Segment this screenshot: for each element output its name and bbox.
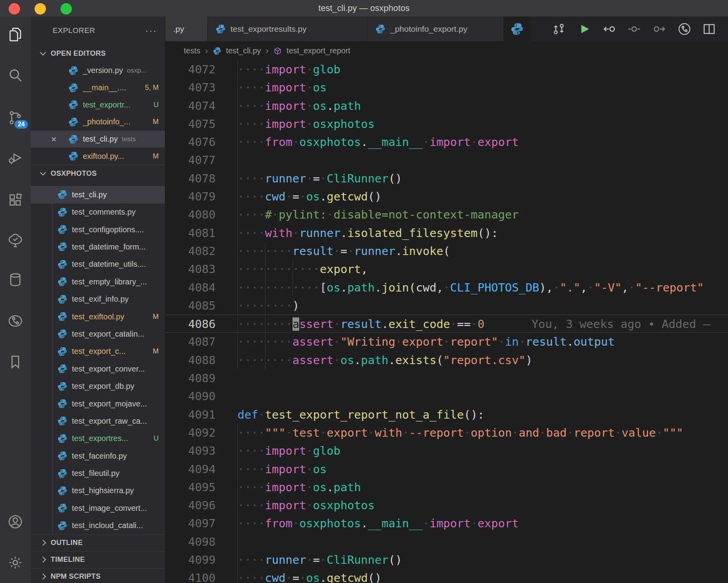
line-number: 4077: [165, 151, 216, 169]
file-tree-item[interactable]: test_export_raw_ca...: [31, 412, 165, 430]
breadcrumb-item[interactable]: test_cli.py: [226, 46, 261, 55]
python-icon: [68, 134, 79, 144]
file-tree-item[interactable]: test_comments.py: [31, 204, 165, 221]
line-number: 4092: [165, 424, 216, 442]
editor-action-python-logo[interactable]: [528, 22, 542, 36]
line-number: 4088: [165, 351, 216, 369]
open-editor-item[interactable]: ×test_cli.pytests: [31, 131, 165, 148]
line-number: 4098: [165, 533, 216, 551]
line-number: 4091: [165, 406, 216, 424]
activity-item-settings-gear[interactable]: [7, 555, 23, 570]
line-number: 4074: [165, 97, 216, 115]
section-header-npm-scripts[interactable]: NPM SCRIPTS: [31, 568, 165, 583]
file-tree-item[interactable]: test_image_convert...: [31, 499, 165, 517]
sidebar-title: EXPLORER: [53, 26, 95, 35]
code-editor[interactable]: 4072····import·glob4073····import·os4074…: [165, 60, 728, 583]
line-number: 4085: [165, 297, 216, 315]
file-tree-item[interactable]: test_export_mojave...: [31, 395, 165, 412]
activity-item-run-debug[interactable]: [7, 150, 23, 166]
editor-action-git-graph-circle[interactable]: [677, 22, 691, 36]
open-editor-item[interactable]: __main__....5, M: [31, 79, 165, 97]
python-icon: [68, 66, 79, 76]
file-name: test_export_raw_ca...: [72, 417, 147, 426]
code-line-4100: 4100····cwd·=·os.getcwd(): [165, 569, 728, 583]
activity-item-gitlens[interactable]: [7, 313, 23, 329]
file-name: test_exportres...: [72, 434, 128, 443]
section-header-timeline[interactable]: TIMELINE: [31, 551, 165, 568]
activity-item-files[interactable]: [7, 27, 23, 42]
file-tree-item[interactable]: test_datetime_form...: [31, 238, 165, 255]
file-tree: test_cli.pytest_comments.pytest_configop…: [31, 186, 165, 534]
files-icon: [7, 27, 23, 42]
code-line-4078: 4078····runner·=·CliRunner(): [165, 169, 728, 188]
editor-action-change-dot[interactable]: [627, 22, 641, 36]
line-number: 4100: [165, 569, 216, 583]
activity-item-source-control[interactable]: 24: [7, 110, 23, 126]
editor-tab[interactable]: _photoinfo_export.py: [368, 16, 504, 41]
breadcrumb-item[interactable]: tests: [184, 46, 200, 55]
file-tree-item[interactable]: test_exiftool.pyM: [31, 308, 165, 325]
editor-action-step-back[interactable]: [603, 22, 617, 36]
close-editor-icon[interactable]: ×: [51, 134, 57, 145]
open-editor-description: tests: [122, 135, 136, 143]
python-icon: [57, 451, 68, 461]
file-name: test_export_c...: [72, 347, 126, 356]
file-tree-item[interactable]: test_faceinfo.py: [31, 447, 165, 465]
code-line-4080: 4080····#·pylint:·disable=not-context-ma…: [165, 206, 728, 224]
file-name: test_export_catalin...: [72, 330, 145, 339]
activity-item-account[interactable]: [7, 514, 23, 530]
editor-tab[interactable]: .py: [165, 16, 208, 41]
editor-action-compare-changes[interactable]: [552, 22, 566, 36]
bookmark-icon: [7, 354, 23, 370]
file-tree-item[interactable]: test_export_c...M: [31, 343, 165, 360]
chevron-right-icon: [40, 557, 46, 563]
git-graph-circle-icon: [677, 22, 691, 36]
file-tree-item[interactable]: test_cli.py: [31, 186, 165, 203]
file-tree-item[interactable]: test_exportres...U: [31, 430, 165, 447]
activity-item-database[interactable]: [7, 272, 23, 288]
file-tree-item[interactable]: test_highsierra.py: [31, 482, 165, 499]
change-dot-icon: [627, 22, 641, 36]
file-tree-item[interactable]: test_exif_info.py: [31, 290, 165, 308]
open-editor-item[interactable]: exiftool.py...M: [31, 148, 165, 165]
line-number: 4097: [165, 514, 216, 532]
python-icon: [510, 22, 524, 36]
editor-action-run-python-file[interactable]: [577, 22, 591, 36]
osxphotos-section-header[interactable]: OSXPHOTOS: [31, 165, 165, 182]
file-tree-item[interactable]: test_export_db.py: [31, 377, 165, 395]
editor-action-next-change[interactable]: [652, 22, 666, 36]
open-editor-item[interactable]: test_exportr...U: [31, 96, 165, 113]
file-tree-item[interactable]: test_configoptions....: [31, 221, 165, 238]
views-and-more-actions-button[interactable]: ···: [145, 25, 157, 36]
activity-item-bookmark[interactable]: [7, 354, 23, 370]
file-tree-item[interactable]: test_datetime_utils....: [31, 256, 165, 273]
line-number: 4081: [165, 224, 216, 242]
open-editors-section-header[interactable]: OPEN EDITORS: [31, 45, 165, 62]
python-interpreter-indicator[interactable]: [504, 16, 530, 41]
activity-item-extensions[interactable]: [7, 192, 23, 208]
section-header-outline[interactable]: OUTLINE: [31, 534, 165, 551]
open-editor-item[interactable]: _photoinfo_...M: [31, 113, 165, 131]
activity-item-search[interactable]: [7, 67, 23, 83]
activity-item-test-tree[interactable]: [7, 232, 23, 248]
file-tree-item[interactable]: test_export_catalin...: [31, 325, 165, 343]
file-tree-item[interactable]: test_fileutil.py: [31, 465, 165, 482]
line-number: 4072: [165, 60, 216, 78]
explorer-sidebar: EXPLORER ··· OPEN EDITORS _version.pyosx…: [31, 16, 165, 583]
run-debug-icon: [7, 150, 23, 166]
chevron-right-icon: [40, 574, 46, 580]
git-status-badge: M: [153, 152, 165, 160]
breadcrumb-item[interactable]: test_export_report: [287, 46, 350, 55]
editor-tab[interactable]: test_exportresults.py: [208, 16, 368, 41]
file-tree-item[interactable]: test_empty_library_...: [31, 273, 165, 290]
line-number: 4099: [165, 551, 216, 569]
file-tree-item[interactable]: test_export_conver...: [31, 360, 165, 377]
titlebar: test_cli.py — osxphotos: [0, 0, 728, 16]
open-editor-label: test_cli.py: [83, 135, 118, 144]
open-editor-item[interactable]: _version.pyosxp...: [31, 62, 165, 79]
search-icon: [7, 67, 23, 83]
editor-action-split-editor[interactable]: [702, 22, 716, 36]
section-label: TIMELINE: [51, 556, 85, 564]
open-editor-label: __main__....: [83, 83, 126, 92]
file-tree-item[interactable]: test_incloud_catali...: [31, 517, 165, 534]
